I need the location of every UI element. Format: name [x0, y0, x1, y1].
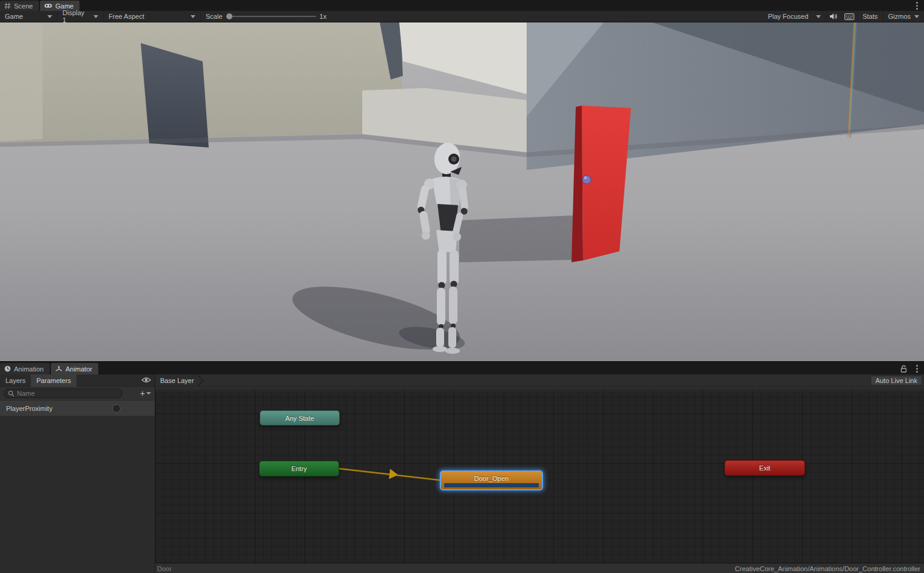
scale-value: 1x [320, 13, 327, 20]
selected-object-name: Door [155, 565, 172, 572]
eye-icon[interactable] [141, 376, 151, 384]
animator-left-panel: Layers Parameters [0, 375, 155, 573]
aspect-dropdown-label: Free Aspect [109, 13, 144, 20]
robot-eye [451, 157, 457, 162]
state-machine-canvas[interactable]: Any State Entry Door_Open Exit [155, 387, 924, 563]
playback-progress-bar [444, 483, 539, 487]
state-node-door-open[interactable]: Door_Open [440, 470, 543, 490]
toolbar-right-group: Play Focused Stats Gizmos [763, 11, 924, 22]
chevron-down-icon [93, 15, 98, 18]
tab-layers[interactable]: Layers [0, 375, 31, 387]
robot-left-foot [433, 346, 447, 352]
tab-parameters-label: Parameters [36, 377, 71, 384]
search-input[interactable] [17, 390, 108, 397]
controller-asset-path: CreativeCore_Animation/Animations/Door_C… [735, 565, 924, 572]
robot-right-foot [445, 348, 460, 354]
game-view-dropdown-label: Game [5, 13, 23, 20]
stats-label: Stats [863, 13, 878, 20]
animator-kebab-menu[interactable] [912, 364, 922, 373]
aspect-dropdown[interactable]: Free Aspect [104, 11, 201, 22]
state-label: Entry [291, 465, 307, 472]
window-kebab-menu[interactable] [912, 1, 922, 10]
robot-right-shin [448, 327, 456, 348]
display-dropdown-label: Display 1 [62, 9, 90, 24]
robot-right-thigh [450, 250, 459, 285]
keyboard-icon [845, 13, 854, 20]
scene-left-wall-highlight [0, 22, 42, 141]
trigger-radio-button[interactable] [112, 404, 121, 413]
chevron-down-icon [816, 15, 821, 18]
chevron-down-icon [191, 15, 195, 18]
robot-right-hand [453, 232, 461, 241]
play-focused-label: Play Focused [768, 13, 809, 20]
breadcrumb[interactable]: Base Layer [155, 377, 198, 384]
clock-icon [4, 365, 11, 372]
chevron-down-icon [47, 15, 52, 18]
robot-left-thigh [437, 249, 447, 285]
state-node-exit[interactable]: Exit [724, 460, 805, 476]
unity-editor-window: Scene Game Game Display 1 Free Aspect Sc… [0, 0, 924, 573]
animator-icon [55, 366, 62, 372]
tab-animation-label: Animation [14, 365, 44, 373]
animator-status-bar: Door CreativeCore_Animation/Animations/D… [155, 563, 924, 573]
add-parameter-button[interactable]: + [140, 388, 151, 398]
view-tab-bar: Scene Game [0, 0, 924, 11]
animator-graph-area: Base Layer Auto Live Link Any State Entr… [155, 375, 924, 573]
scale-control: Scale 1x [201, 11, 331, 22]
state-node-any-state[interactable]: Any State [260, 410, 340, 426]
tab-layers-label: Layers [5, 377, 25, 384]
tab-scene[interactable]: Scene [0, 1, 39, 11]
robot-right-knee [451, 281, 457, 288]
doorknob-highlight [584, 177, 587, 180]
door-shadow [459, 215, 573, 262]
animator-panel-controls [900, 364, 922, 373]
mute-audio-button[interactable] [826, 11, 842, 22]
tab-animation[interactable]: Animation [0, 363, 50, 375]
auto-live-link-button[interactable]: Auto Live Link [871, 376, 922, 385]
game-controller-icon [44, 3, 52, 8]
tab-animator[interactable]: Animator [51, 363, 98, 375]
robot-left-hand [422, 231, 430, 240]
game-render [0, 22, 924, 361]
scene-grid-icon [4, 2, 11, 9]
plus-icon: + [140, 388, 145, 398]
robot-left-knee [439, 282, 445, 289]
animator-panel: Layers Parameters [0, 375, 924, 573]
unlock-icon[interactable] [900, 365, 907, 373]
animator-tab-bar: Animation Animator [0, 361, 924, 375]
state-label: Exit [759, 464, 770, 472]
transition-arrowhead [389, 469, 399, 480]
robot-left-shin [436, 328, 444, 347]
game-view-dropdown[interactable]: Game [0, 11, 58, 22]
tab-parameters[interactable]: Parameters [31, 375, 76, 387]
speaker-icon [829, 13, 838, 20]
search-icon [8, 390, 15, 397]
scale-slider[interactable] [226, 16, 316, 17]
parameter-row[interactable]: PlayerProximity [0, 401, 155, 416]
stats-button[interactable]: Stats [858, 11, 883, 22]
robot-right-calf [449, 286, 457, 324]
display-dropdown[interactable]: Display 1 [58, 11, 104, 22]
breadcrumb-chevron-icon [198, 375, 204, 386]
state-label: Door_Open [474, 475, 509, 482]
robot-left-calf [437, 288, 445, 325]
keyboard-button[interactable] [842, 11, 858, 22]
parameter-search-row: + [0, 387, 155, 400]
state-node-entry[interactable]: Entry [259, 461, 339, 476]
tab-game-label: Game [55, 2, 73, 10]
play-focused-dropdown[interactable]: Play Focused [763, 11, 826, 22]
scale-label: Scale [206, 13, 223, 20]
gizmos-button[interactable]: Gizmos [883, 11, 924, 22]
layers-parameters-tabs: Layers Parameters [0, 375, 155, 387]
gizmos-label: Gizmos [888, 13, 911, 20]
game-viewport[interactable] [0, 22, 924, 361]
search-input-wrapper[interactable] [4, 388, 123, 398]
scale-slider-knob[interactable] [226, 13, 232, 19]
doorknob [582, 175, 591, 184]
chevron-down-icon [146, 392, 151, 395]
breadcrumb-row: Base Layer Auto Live Link [155, 375, 924, 387]
state-label: Any State [285, 415, 314, 422]
chevron-down-icon [914, 15, 919, 18]
game-view-toolbar: Game Display 1 Free Aspect Scale 1x Play… [0, 11, 924, 22]
tab-scene-label: Scene [14, 2, 33, 10]
